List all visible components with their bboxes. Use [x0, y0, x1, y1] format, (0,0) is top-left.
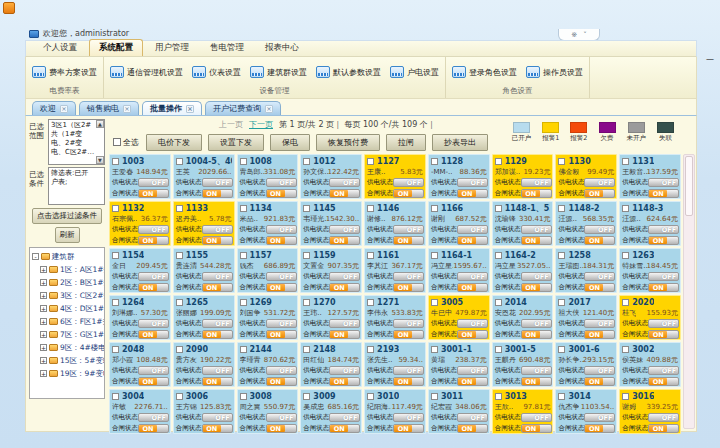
- switch-toggle-on[interactable]: ON: [457, 283, 488, 292]
- card-checkbox[interactable]: [303, 205, 310, 212]
- switch-toggle-on[interactable]: ON: [521, 330, 552, 339]
- meter-card-3004[interactable]: 3004许敏2276.71..供电状态OFF合闸状态ON: [109, 389, 171, 434]
- switch-toggle-on[interactable]: ON: [266, 283, 297, 292]
- switch-toggle-on[interactable]: ON: [138, 377, 169, 386]
- card-checkbox[interactable]: [176, 158, 183, 165]
- supply-toggle-off[interactable]: OFF: [457, 319, 488, 328]
- card-checkbox[interactable]: [240, 158, 247, 165]
- menu-tab-售电管理[interactable]: 售电管理: [201, 40, 253, 56]
- card-checkbox[interactable]: [367, 346, 374, 353]
- card-checkbox[interactable]: [240, 346, 247, 353]
- card-checkbox[interactable]: [112, 299, 119, 306]
- grid-scrollbar[interactable]: [683, 154, 695, 429]
- switch-toggle-on[interactable]: ON: [138, 236, 169, 245]
- card-checkbox[interactable]: [495, 393, 502, 400]
- card-checkbox[interactable]: [622, 393, 629, 400]
- meter-card-1008[interactable]: 1008青岛郎..331.08元供电状态OFF合闸状态ON: [237, 154, 299, 199]
- supply-toggle-off[interactable]: OFF: [202, 272, 233, 281]
- select-all-checkbox[interactable]: [113, 138, 121, 146]
- switch-toggle-on[interactable]: ON: [266, 424, 297, 433]
- tree-node[interactable]: +3区：C区2#井（1#…: [32, 289, 104, 302]
- supply-toggle-off[interactable]: OFF: [584, 225, 615, 234]
- switch-toggle-on[interactable]: ON: [457, 424, 488, 433]
- menu-tab-系统配置[interactable]: 系统配置: [89, 39, 143, 56]
- card-checkbox[interactable]: [176, 299, 183, 306]
- supply-toggle-off[interactable]: OFF: [329, 178, 360, 187]
- switch-toggle-on[interactable]: ON: [266, 377, 297, 386]
- card-checkbox[interactable]: [622, 346, 629, 353]
- switch-toggle-on[interactable]: ON: [648, 189, 679, 198]
- supply-toggle-off[interactable]: OFF: [329, 319, 360, 328]
- meter-card-3002[interactable]: 3002侯英妹409.88元供电状态OFF合闸状态ON: [619, 342, 681, 387]
- switch-toggle-on[interactable]: ON: [457, 377, 488, 386]
- supply-toggle-off[interactable]: OFF: [329, 413, 360, 422]
- card-checkbox[interactable]: [558, 299, 565, 306]
- supply-toggle-off[interactable]: OFF: [266, 225, 297, 234]
- switch-toggle-on[interactable]: ON: [648, 236, 679, 245]
- switch-toggle-on[interactable]: ON: [584, 236, 615, 245]
- switch-toggle-on[interactable]: ON: [266, 330, 297, 339]
- card-checkbox[interactable]: [558, 205, 565, 212]
- supply-toggle-off[interactable]: OFF: [648, 366, 679, 375]
- expand-node-icon[interactable]: +: [40, 266, 47, 273]
- supply-toggle-off[interactable]: OFF: [457, 272, 488, 281]
- selected-condition-box[interactable]: 筛选表:已开户表;: [48, 167, 105, 205]
- tree-node[interactable]: +6区：F区1#井（F区…: [32, 315, 104, 328]
- card-checkbox[interactable]: [431, 299, 438, 306]
- switch-toggle-on[interactable]: ON: [393, 330, 424, 339]
- switch-toggle-on[interactable]: ON: [329, 330, 360, 339]
- switch-toggle-on[interactable]: ON: [521, 189, 552, 198]
- supply-toggle-off[interactable]: OFF: [648, 272, 679, 281]
- card-checkbox[interactable]: [558, 346, 565, 353]
- supply-toggle-off[interactable]: OFF: [393, 413, 424, 422]
- switch-toggle-on[interactable]: ON: [329, 377, 360, 386]
- card-checkbox[interactable]: [431, 393, 438, 400]
- tree-root-node[interactable]: -建筑群: [32, 250, 104, 263]
- supply-toggle-off[interactable]: OFF: [393, 366, 424, 375]
- supply-toggle-off[interactable]: OFF: [138, 225, 169, 234]
- switch-toggle-on[interactable]: ON: [202, 424, 233, 433]
- supply-toggle-off[interactable]: OFF: [648, 178, 679, 187]
- tree-node[interactable]: +7区：G区1#井: [32, 328, 104, 341]
- card-checkbox[interactable]: [112, 393, 119, 400]
- ribbon-button-通信管理机设置[interactable]: 通信管理机设置: [110, 66, 183, 78]
- meter-card-1148-2[interactable]: 1148-2汪源..568.35元供电状态OFF合闸状态ON: [555, 201, 617, 246]
- supply-toggle-off[interactable]: OFF: [202, 319, 233, 328]
- switch-toggle-on[interactable]: ON: [329, 283, 360, 292]
- switch-toggle-on[interactable]: ON: [521, 424, 552, 433]
- card-checkbox[interactable]: [367, 299, 374, 306]
- switch-toggle-on[interactable]: ON: [648, 424, 679, 433]
- close-tab-icon[interactable]: ×: [186, 105, 194, 113]
- meter-card-2193[interactable]: 2193张先生..59.34..供电状态OFF合闸状态ON: [364, 342, 426, 387]
- supply-toggle-off[interactable]: OFF: [266, 366, 297, 375]
- switch-toggle-on[interactable]: ON: [266, 236, 297, 245]
- switch-toggle-on[interactable]: ON: [584, 330, 615, 339]
- card-checkbox[interactable]: [176, 205, 183, 212]
- card-checkbox[interactable]: [367, 252, 374, 259]
- card-checkbox[interactable]: [431, 346, 438, 353]
- card-checkbox[interactable]: [431, 205, 438, 212]
- supply-toggle-off[interactable]: OFF: [266, 413, 297, 422]
- meter-card-1264[interactable]: 1264刘琳娜..57.30元供电状态OFF合闸状态ON: [109, 295, 171, 340]
- next-page-link[interactable]: 下一页: [249, 119, 273, 130]
- card-checkbox[interactable]: [495, 346, 502, 353]
- collapse-node-icon[interactable]: -: [32, 253, 39, 260]
- switch-toggle-on[interactable]: ON: [329, 236, 360, 245]
- meter-card-1269[interactable]: 1269刘国争531.72元供电状态OFF合闸状态ON: [237, 295, 299, 340]
- card-checkbox[interactable]: [622, 299, 629, 306]
- meter-card-3001-1[interactable]: 3001-1黄瑞238.37元供电状态OFF合闸状态ON: [428, 342, 490, 387]
- switch-toggle-on[interactable]: ON: [648, 377, 679, 386]
- meter-card-3001-5[interactable]: 3001-5王麒丹690.48元供电状态OFF合闸状态ON: [492, 342, 554, 387]
- switch-toggle-on[interactable]: ON: [584, 424, 615, 433]
- supply-toggle-off[interactable]: OFF: [329, 272, 360, 281]
- supply-toggle-off[interactable]: OFF: [393, 319, 424, 328]
- switch-toggle-on[interactable]: ON: [202, 236, 233, 245]
- switch-toggle-on[interactable]: ON: [648, 330, 679, 339]
- card-checkbox[interactable]: [176, 346, 183, 353]
- meter-card-3011[interactable]: 3011纪宏霞348.06元供电状态OFF合闸状态ON: [428, 389, 490, 434]
- ribbon-button-户电设置[interactable]: 户电设置: [390, 66, 439, 78]
- switch-toggle-on[interactable]: ON: [457, 236, 488, 245]
- choose-filter-button[interactable]: 点击选择过滤条件: [32, 208, 102, 224]
- card-checkbox[interactable]: [240, 205, 247, 212]
- meter-card-1132[interactable]: 1132石宗佩..36.37元供电状态OFF合闸状态ON: [109, 201, 171, 246]
